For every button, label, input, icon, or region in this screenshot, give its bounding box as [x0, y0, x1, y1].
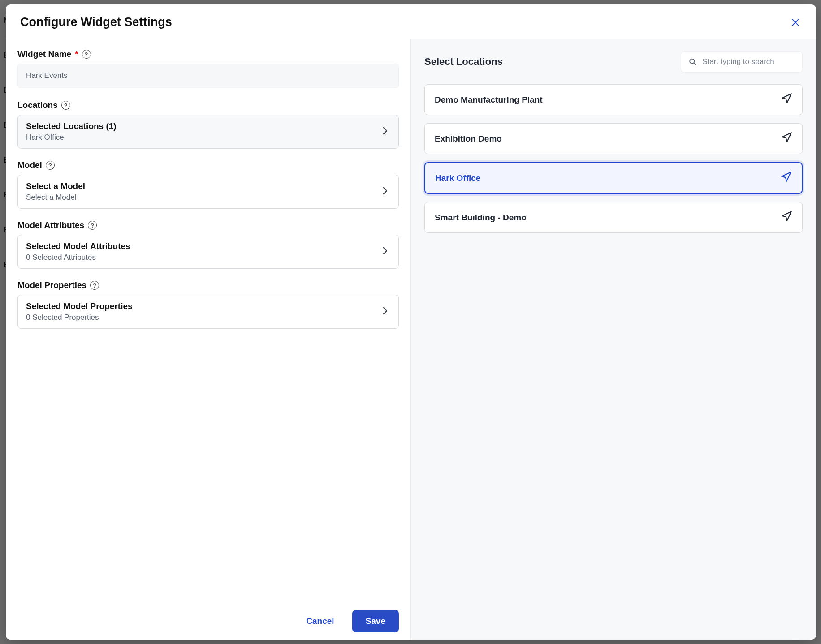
model-properties-card[interactable]: Selected Model Properties 0 Selected Pro…: [17, 295, 399, 329]
model-attributes-label: Model Attributes ?: [17, 220, 399, 230]
modal-title: Configure Widget Settings: [20, 15, 172, 29]
selected-locations-sub: Hark Office: [26, 133, 117, 142]
widget-name-label-text: Widget Name: [17, 49, 71, 59]
modal-footer: Cancel Save: [6, 604, 410, 640]
locations-label: Locations ?: [17, 100, 399, 110]
model-attributes-sub: 0 Selected Attributes: [26, 253, 130, 262]
model-properties-section: Model Properties ? Selected Model Proper…: [17, 280, 399, 329]
location-item[interactable]: Demo Manufacturing Plant: [424, 84, 803, 115]
chevron-right-icon: [380, 185, 390, 198]
location-name: Exhibition Demo: [435, 134, 502, 144]
svg-marker-7: [782, 211, 791, 221]
select-locations-title: Select Locations: [424, 56, 503, 68]
navigation-icon: [781, 132, 792, 146]
widget-name-input[interactable]: [17, 64, 399, 88]
svg-marker-5: [782, 133, 791, 142]
right-pane-header: Select Locations: [424, 51, 803, 73]
selected-locations-title: Selected Locations (1): [26, 121, 117, 131]
configure-widget-modal: Configure Widget Settings Widget Name * …: [6, 4, 816, 640]
navigation-icon: [781, 93, 792, 107]
location-list: Demo Manufacturing Plant Exhibition Demo…: [424, 84, 803, 233]
help-icon[interactable]: ?: [82, 50, 91, 59]
model-attributes-title: Selected Model Attributes: [26, 241, 130, 251]
location-item[interactable]: Exhibition Demo: [424, 123, 803, 154]
location-search-input[interactable]: [702, 57, 795, 66]
cancel-button[interactable]: Cancel: [306, 616, 334, 626]
svg-marker-4: [782, 94, 791, 103]
select-model-sub: Select a Model: [26, 193, 85, 202]
help-icon[interactable]: ?: [88, 221, 97, 230]
search-icon: [688, 57, 697, 67]
select-model-card[interactable]: Select a Model Select a Model: [17, 175, 399, 209]
model-label: Model ?: [17, 160, 399, 170]
model-attributes-section: Model Attributes ? Selected Model Attrib…: [17, 220, 399, 269]
selected-locations-card[interactable]: Selected Locations (1) Hark Office: [17, 115, 399, 149]
model-section: Model ? Select a Model Select a Model: [17, 160, 399, 209]
help-icon[interactable]: ?: [90, 281, 99, 290]
close-icon: [791, 17, 800, 27]
model-properties-title: Selected Model Properties: [26, 301, 133, 311]
location-search-box[interactable]: [681, 51, 803, 73]
help-icon[interactable]: ?: [46, 161, 55, 170]
svg-line-3: [694, 63, 696, 65]
select-model-title: Select a Model: [26, 181, 85, 191]
model-properties-label-text: Model Properties: [17, 280, 86, 290]
location-name: Hark Office: [435, 173, 480, 183]
right-pane: Select Locations Demo Manufacturing Plan…: [411, 39, 816, 640]
location-name: Demo Manufacturing Plant: [435, 95, 543, 105]
left-pane: Widget Name * ? Locations ? Selected Loc…: [6, 39, 411, 640]
navigation-icon: [780, 171, 792, 185]
locations-section: Locations ? Selected Locations (1) Hark …: [17, 100, 399, 149]
save-button[interactable]: Save: [352, 610, 399, 632]
model-attributes-label-text: Model Attributes: [17, 220, 84, 230]
svg-marker-6: [782, 172, 791, 181]
modal-body: Widget Name * ? Locations ? Selected Loc…: [6, 39, 816, 640]
model-label-text: Model: [17, 160, 42, 170]
chevron-right-icon: [380, 305, 390, 318]
model-properties-sub: 0 Selected Properties: [26, 313, 133, 322]
close-button[interactable]: [789, 16, 802, 29]
locations-label-text: Locations: [17, 100, 58, 110]
location-name: Smart Building - Demo: [435, 213, 527, 223]
model-attributes-card[interactable]: Selected Model Attributes 0 Selected Att…: [17, 235, 399, 269]
navigation-icon: [781, 210, 792, 224]
required-star: *: [75, 49, 78, 59]
widget-name-label: Widget Name * ?: [17, 49, 399, 59]
model-properties-label: Model Properties ?: [17, 280, 399, 290]
help-icon[interactable]: ?: [61, 101, 70, 110]
modal-header: Configure Widget Settings: [6, 4, 816, 39]
location-item-selected[interactable]: Hark Office: [424, 162, 803, 194]
location-item[interactable]: Smart Building - Demo: [424, 202, 803, 233]
chevron-right-icon: [380, 125, 390, 138]
chevron-right-icon: [380, 245, 390, 258]
